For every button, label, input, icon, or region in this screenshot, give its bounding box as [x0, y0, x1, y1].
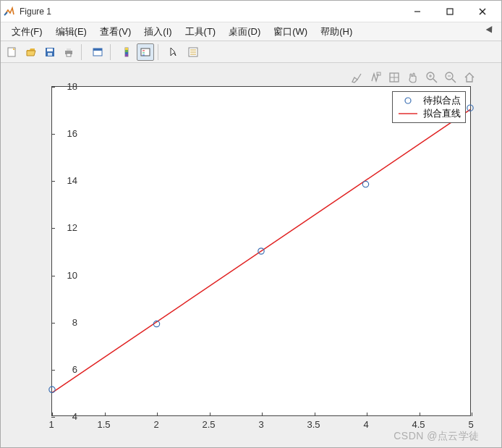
axes[interactable]: 待拟合点 拟合直线	[51, 86, 471, 416]
print-button[interactable]	[60, 43, 77, 61]
svg-rect-18	[125, 54, 128, 56]
x-tick-label: 5	[468, 419, 473, 430]
legend[interactable]: 待拟合点 拟合直线	[392, 91, 466, 123]
toolbar-divider	[110, 44, 114, 60]
x-tick-label: 2	[153, 419, 158, 430]
menu-help[interactable]: 帮助(H)	[314, 23, 359, 41]
zoom-out-icon[interactable]	[443, 70, 458, 85]
maximize-button[interactable]	[433, 1, 466, 22]
svg-rect-28	[377, 72, 380, 75]
menu-view[interactable]: 查看(V)	[93, 23, 137, 41]
svg-rect-11	[67, 54, 71, 56]
svg-line-37	[452, 79, 456, 83]
minimize-button[interactable]	[401, 1, 433, 22]
svg-rect-7	[47, 48, 53, 51]
home-icon[interactable]	[462, 70, 477, 85]
save-button[interactable]	[41, 43, 59, 61]
insert-colorbar-button[interactable]	[118, 43, 135, 61]
data-point	[49, 386, 55, 392]
svg-rect-16	[125, 50, 128, 52]
y-tick-label: 8	[48, 316, 77, 327]
svg-rect-17	[125, 52, 128, 54]
y-tick-label: 6	[48, 363, 77, 374]
x-tick-label: 4	[363, 419, 368, 430]
close-button[interactable]	[466, 1, 498, 22]
x-tick-label: 3	[258, 419, 263, 430]
x-tick-label: 2.5	[202, 419, 215, 430]
svg-line-27	[357, 74, 361, 80]
y-tick-label: 14	[48, 175, 77, 186]
axes-toolbar	[349, 70, 477, 85]
menu-window[interactable]: 窗口(W)	[267, 23, 314, 41]
x-tick-label: 1.5	[97, 419, 110, 430]
edit-plot-button[interactable]	[166, 43, 183, 61]
legend-marker-icon	[397, 96, 419, 105]
menu-file[interactable]: 文件(F)	[5, 23, 49, 41]
y-tick-label: 16	[48, 128, 77, 139]
legend-entry-points[interactable]: 待拟合点	[397, 94, 461, 107]
menu-insert[interactable]: 插入(I)	[137, 23, 178, 41]
figure-window: Figure 1 文件(F) 编辑(E) 查看(V) 插入(I) 工具(T) 桌…	[0, 0, 502, 448]
plot-area: 待拟合点 拟合直线 468101214161811.522.533.544.55…	[1, 63, 501, 447]
link-axes-button[interactable]	[89, 43, 106, 61]
legend-line-icon	[397, 109, 419, 118]
toolbar-divider	[158, 44, 162, 60]
new-figure-button[interactable]	[4, 43, 21, 61]
legend-label: 待拟合点	[423, 94, 461, 107]
toolbar	[1, 41, 501, 63]
svg-rect-13	[93, 48, 102, 51]
y-tick-label: 10	[48, 269, 77, 280]
svg-rect-15	[125, 48, 128, 50]
titlebar: Figure 1	[1, 1, 501, 22]
data-point	[362, 181, 368, 187]
datatip-icon[interactable]	[368, 70, 383, 85]
plot-svg	[52, 87, 470, 415]
x-tick-label: 1	[48, 419, 54, 430]
toolbar-divider	[81, 44, 85, 60]
menubar: 文件(F) 编辑(E) 查看(V) 插入(I) 工具(T) 桌面(D) 窗口(W…	[1, 22, 501, 41]
menu-desktop[interactable]: 桌面(D)	[222, 23, 267, 41]
svg-rect-10	[67, 48, 71, 51]
open-property-inspector-button[interactable]	[184, 43, 202, 61]
x-tick-label: 3.5	[307, 419, 320, 430]
window-title: Figure 1	[20, 7, 51, 17]
open-button[interactable]	[22, 43, 40, 61]
y-tick-label: 18	[48, 81, 77, 92]
watermark: CSDN @点云学徒	[393, 430, 480, 443]
brush-icon[interactable]	[349, 70, 364, 85]
menu-overflow-icon[interactable]	[485, 25, 497, 37]
zoom-in-icon[interactable]	[425, 70, 439, 85]
x-tick-label: 4.5	[412, 419, 425, 430]
legend-label: 拟合直线	[423, 107, 461, 120]
fit-line	[52, 109, 470, 392]
insert-legend-button[interactable]	[137, 43, 154, 61]
svg-rect-8	[48, 53, 52, 56]
hand-icon[interactable]	[406, 70, 420, 85]
svg-rect-1	[447, 9, 453, 14]
svg-rect-19	[141, 48, 150, 56]
pan-tool-icon[interactable]	[387, 70, 401, 85]
y-tick-label: 12	[48, 222, 77, 233]
svg-line-33	[433, 79, 437, 83]
svg-point-39	[405, 98, 411, 103]
legend-entry-line[interactable]: 拟合直线	[397, 107, 461, 120]
matlab-icon	[4, 6, 15, 17]
menu-edit[interactable]: 编辑(E)	[49, 23, 93, 41]
menu-tools[interactable]: 工具(T)	[179, 23, 223, 41]
